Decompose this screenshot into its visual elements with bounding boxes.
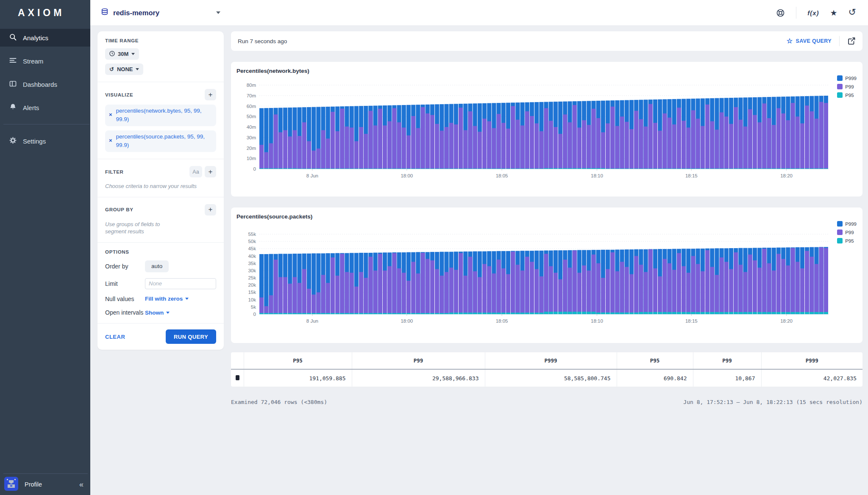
visualization-chip[interactable]: × percentiles(network.bytes, 95, 99, 99.… [105,105,216,126]
percentiles-chart-plot[interactable]: 05k10k15k20k25k30k35k40k45k50k55k8 Jun18… [231,207,862,343]
legend-swatch [837,238,843,243]
dataset-selector[interactable]: redis-memory [101,8,220,17]
x-axis: 8 Jun18:0018:0518:1018:1518:20 [306,169,793,178]
group-by-section: GROUP BY + Use groups of fields to segme… [97,197,224,243]
time-range-duration-button[interactable]: 30M [105,48,139,60]
clear-button[interactable]: CLEAR [105,334,125,340]
legend-item-p99[interactable]: P99 [837,230,857,235]
legend-swatch [837,75,843,81]
chart-legend: P999P99P95 [837,75,857,98]
sidebar-item-label: Settings [23,138,46,145]
star-icon[interactable]: ★ [830,9,837,17]
save-query-button[interactable]: ☆ SAVE QUERY [787,38,832,44]
column-header-p95-4: P95 [617,352,693,369]
run-status-text: Run 7 seconds ago [238,38,287,44]
legend-swatch [837,92,843,98]
topbar-actions: f(x) ★ ↺ [776,7,868,19]
svg-text:30m: 30m [247,135,256,140]
run-query-button[interactable]: RUN QUERY [166,329,216,344]
chevron-down-icon [131,53,135,55]
filter-label: FILTER [105,169,124,174]
value-cell: 29,588,966.833 [352,369,485,387]
remove-icon[interactable]: × [109,111,112,119]
help-lifebuoy-icon[interactable] [776,8,785,17]
chevron-down-icon [136,68,139,70]
add-visualization-button[interactable]: + [205,89,216,100]
chart-card-network-bytes: 010m20m30m40m50m60m70m80m8 Jun18:0018:05… [231,62,862,196]
null-values-value: Fill with zeros [145,296,183,302]
sidebar-item-stream[interactable]: Stream [0,52,90,70]
chart-card-source-packets: 05k10k15k20k25k30k35k40k45k50k55k8 Jun18… [231,207,862,343]
visualization-expression: percentiles(source.packets, 95, 99, 99.9… [116,133,212,149]
sidebar-item-alerts[interactable]: Alerts [0,99,90,116]
sidebar-item-settings[interactable]: Settings [0,132,90,150]
limit-input[interactable] [145,278,216,289]
legend-label: P99 [845,230,854,235]
clock-icon [109,51,115,58]
run-status-bar: Run 7 seconds ago ☆ SAVE QUERY [231,31,862,51]
share-icon[interactable] [847,37,856,45]
history-icon[interactable]: ↺ [849,8,856,17]
chevron-down-icon [166,312,170,314]
collapse-sidebar-icon[interactable]: « [79,480,83,489]
svg-text:18:10: 18:10 [591,173,603,178]
svg-text:80m: 80m [247,83,256,88]
open-intervals-label: Open intervals [105,309,145,316]
sidebar-item-label: Alerts [23,104,39,111]
remove-icon[interactable]: × [109,137,112,145]
search-icon [9,33,17,42]
time-range-compare-value: NONE [117,66,133,72]
open-intervals-select[interactable]: Shown [145,310,170,316]
sidebar-item-dashboards[interactable]: Dashboards [0,75,90,93]
time-range-duration-value: 30M [118,51,128,57]
sidebar-item-analytics[interactable]: Analytics [0,29,90,47]
svg-text:18:20: 18:20 [780,173,793,178]
legend-item-p95[interactable]: P95 [837,92,857,98]
svg-text:60m: 60m [247,104,256,109]
svg-text:20k: 20k [248,282,256,288]
value-cell: 42,027.835 [761,369,862,387]
bars[interactable] [259,96,828,169]
svg-text:35k: 35k [248,261,256,266]
svg-text:18:05: 18:05 [496,173,508,178]
column-header-p999-3: P999 [485,352,617,369]
svg-text:40m: 40m [247,124,256,130]
legend-swatch [837,221,843,227]
svg-text:5k: 5k [251,304,256,310]
bars[interactable] [259,247,828,314]
legend-label: P95 [845,93,854,98]
column-header-p99-5: P99 [693,352,761,369]
dataset-name: redis-memory [113,9,159,17]
legend-item-p999[interactable]: P999 [837,75,857,81]
profile-button[interactable]: Profile « [0,474,90,495]
visualization-chip[interactable]: × percentiles(source.packets, 95, 99, 99… [105,130,216,152]
null-values-select[interactable]: Fill with zeros [145,296,189,302]
examined-rows-text: Examined 72,046 rows (<380ms) [231,399,327,405]
query-builder-panel: TIME RANGE 30M ↺ NONE VISUALIZE + × perc… [97,31,224,350]
value-cell: 191,059.885 [244,369,352,387]
svg-text:18:15: 18:15 [685,173,698,178]
options-label: OPTIONS [105,249,216,254]
time-range-compare-button[interactable]: ↺ NONE [105,64,143,75]
legend-item-p95[interactable]: P95 [837,238,857,243]
chevron-down-icon [185,298,189,300]
x-axis: 8 Jun18:0018:0518:1018:1518:20 [306,314,793,324]
order-by-select[interactable]: auto [145,260,169,272]
function-icon[interactable]: f(x) [807,9,819,17]
legend-item-p99[interactable]: P99 [837,84,857,89]
add-filter-button[interactable]: + [205,166,216,177]
legend-item-p999[interactable]: P999 [837,221,857,227]
case-sensitivity-button[interactable]: Aa [189,166,202,177]
percentiles-chart-plot[interactable]: 010m20m30m40m50m60m70m80m8 Jun18:0018:05… [231,62,862,196]
svg-text:55k: 55k [248,232,256,237]
series-toggle[interactable] [236,375,239,380]
svg-text:20m: 20m [247,146,256,151]
series-toggle-cell [231,369,244,387]
svg-text:0: 0 [253,166,256,171]
time-range-section: TIME RANGE 30M ↺ NONE [97,31,224,82]
visualize-section: VISUALIZE + × percentiles(network.bytes,… [97,82,224,159]
table-row: 191,059.88529,588,966.83358,585,800.7456… [231,369,862,387]
table-corner-cell [231,352,244,369]
add-group-by-button[interactable]: + [205,204,216,216]
value-cell: 10,867 [693,369,761,387]
